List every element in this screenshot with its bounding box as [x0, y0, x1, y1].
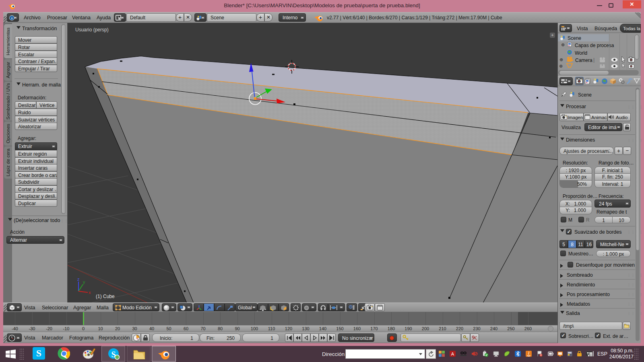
svg-text:y: y — [83, 280, 85, 284]
svg-text:(1) Cube: (1) Cube — [96, 294, 115, 299]
svg-text:z: z — [77, 277, 80, 282]
svg-text:+: + — [551, 33, 553, 37]
svg-text:x: x — [89, 290, 91, 295]
svg-text:Usuario (persp): Usuario (persp) — [75, 27, 109, 33]
svg-text:A: A — [451, 352, 454, 356]
